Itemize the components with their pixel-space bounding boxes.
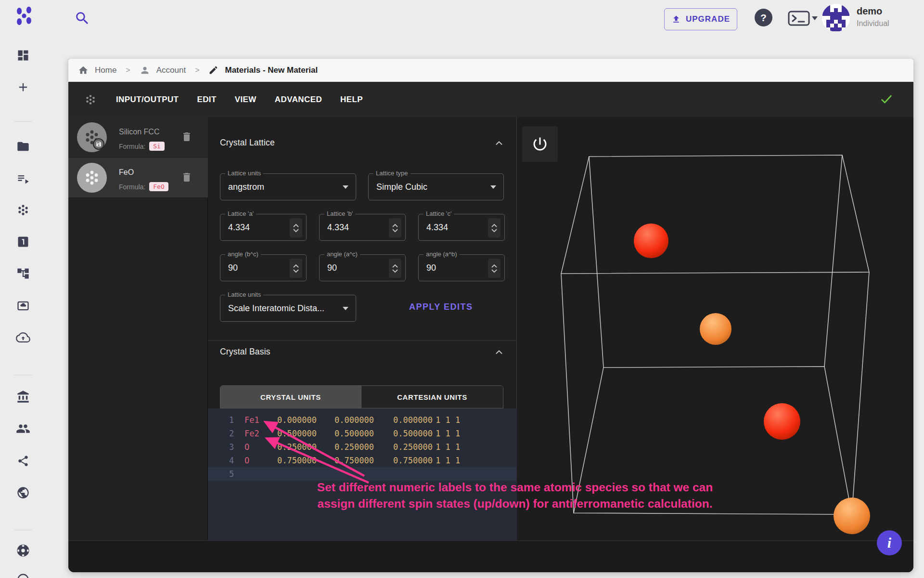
menu-view[interactable]: VIEW xyxy=(235,95,257,105)
tab-cartesian-units[interactable]: CARTESIAN UNITS xyxy=(361,386,503,408)
number-stepper[interactable] xyxy=(488,259,500,278)
sidebar-divider xyxy=(14,121,32,122)
breadcrumb-home[interactable]: Home xyxy=(95,66,116,75)
formula-chip: Si xyxy=(149,142,165,151)
collapse-chevron-icon[interactable] xyxy=(493,346,505,358)
menu-edit[interactable]: EDIT xyxy=(197,95,216,105)
dropdown-caret-icon xyxy=(343,185,348,189)
material-name: Silicon FCC xyxy=(119,128,159,136)
sidebar-item-hierarchy[interactable] xyxy=(16,266,30,281)
basis-line: 5 xyxy=(208,467,517,481)
sidebar-divider xyxy=(14,375,32,375)
sidebar-item-workflows[interactable] xyxy=(16,235,30,249)
basis-line: 1Fe10.0000000.0000000.0000001 1 1 xyxy=(208,413,517,427)
delete-material-icon[interactable] xyxy=(180,130,193,144)
atom-sphere-o1[interactable] xyxy=(700,313,732,345)
bottom-console-band xyxy=(68,540,913,572)
upload-icon xyxy=(671,14,681,24)
collapse-chevron-icon[interactable] xyxy=(493,137,505,149)
menu-help[interactable]: HELP xyxy=(340,95,363,105)
menu-input-output[interactable]: INPUT/OUTPUT xyxy=(116,95,179,105)
sidebar-item-apps[interactable] xyxy=(16,543,30,558)
material-atoms-icon xyxy=(84,93,97,106)
materials-list: Silicon FCC Formula: Si FeO Form xyxy=(68,117,208,540)
material-item-silicon[interactable]: Silicon FCC Formula: Si xyxy=(68,117,208,158)
number-stepper[interactable] xyxy=(290,218,302,237)
sidebar-item-jobs[interactable] xyxy=(16,171,30,186)
sidebar-item-organization[interactable] xyxy=(16,390,30,404)
sidebar-item-cloud-upload[interactable] xyxy=(16,330,30,345)
basis-line: 4O0.7500000.7500000.7500001 1 1 xyxy=(208,454,517,467)
chevron-right-icon: > xyxy=(123,66,133,75)
lattice-a-input[interactable]: Lattice 'a' 4.334 xyxy=(220,214,307,241)
saved-check-icon xyxy=(880,92,893,106)
sidebar-item-media[interactable] xyxy=(16,299,30,313)
material-item-feo[interactable]: FeO Formula: FeO xyxy=(68,158,208,198)
section-divider xyxy=(208,340,517,341)
number-stepper[interactable] xyxy=(389,218,401,237)
formula-label: Formula: xyxy=(119,183,145,191)
sidebar-item-dashboard[interactable] xyxy=(16,48,30,63)
sidebar-item-public[interactable] xyxy=(16,486,30,500)
app-logo-icon[interactable] xyxy=(13,5,36,28)
structure-viewer-3d[interactable] xyxy=(517,117,913,540)
apply-edits-button[interactable]: APPLY EDITS xyxy=(409,302,473,312)
scale-units-select[interactable]: Lattice units Scale Interatomic Dista... xyxy=(220,295,356,322)
menu-advanced[interactable]: ADVANCED xyxy=(275,95,322,105)
sidebar-item-projects[interactable] xyxy=(16,139,30,154)
number-stepper[interactable] xyxy=(488,218,500,237)
breadcrumb-account[interactable]: Account xyxy=(156,66,186,75)
breadcrumb-current: Materials - New Material xyxy=(225,66,318,75)
console-menu-icon[interactable] xyxy=(787,10,819,27)
material-avatar xyxy=(77,122,107,152)
info-button[interactable]: i xyxy=(877,530,902,555)
delete-material-icon[interactable] xyxy=(180,170,193,184)
lattice-c-input[interactable]: Lattice 'c' 4.334 xyxy=(418,214,505,241)
user-plan: Individual xyxy=(857,19,889,28)
upgrade-button[interactable]: UPGRADE xyxy=(664,8,737,30)
user-name[interactable]: demo xyxy=(857,6,882,17)
atom-sphere-fe2[interactable] xyxy=(764,403,800,440)
number-stepper[interactable] xyxy=(290,259,302,278)
tab-crystal-units[interactable]: CRYSTAL UNITS xyxy=(220,386,361,408)
lattice-type-select[interactable]: Lattice type Simple Cubic xyxy=(368,173,504,200)
lattice-b-input[interactable]: Lattice 'b' 4.334 xyxy=(319,214,406,241)
basis-units-tabs: CRYSTAL UNITS CARTESIAN UNITS xyxy=(220,385,503,408)
sidebar-item-share[interactable] xyxy=(16,454,30,468)
app-window: Home > Account > Materials - New Materia… xyxy=(68,59,913,572)
crystal-basis-title: Crystal Basis xyxy=(220,347,270,357)
dropdown-caret-icon xyxy=(490,185,496,189)
angle-bc-input[interactable]: angle (b^c) 90 xyxy=(220,254,307,281)
material-editor-panel: Crystal Lattice Lattice units angstrom L… xyxy=(208,117,517,540)
atom-sphere-fe1[interactable] xyxy=(634,223,668,258)
crystal-lattice-title: Crystal Lattice xyxy=(220,138,275,148)
chevron-right-icon: > xyxy=(192,66,202,75)
atom-sphere-o2[interactable] xyxy=(834,498,870,534)
editor-menubar: INPUT/OUTPUT EDIT VIEW ADVANCED HELP xyxy=(68,82,913,117)
material-avatar xyxy=(77,163,107,193)
user-avatar[interactable] xyxy=(821,3,851,33)
page: UPGRADE ? dem xyxy=(0,0,924,578)
help-icon[interactable]: ? xyxy=(755,9,772,26)
basis-code-editor[interactable]: 1Fe10.0000000.0000000.0000001 1 1 2Fe20.… xyxy=(208,408,517,540)
pencil-icon xyxy=(208,65,218,75)
angle-ab-input[interactable]: angle (a^b) 90 xyxy=(418,254,505,281)
sidebar-divider xyxy=(14,530,32,530)
home-icon xyxy=(78,65,89,76)
material-name: FeO xyxy=(119,168,134,177)
basis-line: 3O0.2500000.2500000.2500001 1 1 xyxy=(208,440,517,454)
sidebar-item-team[interactable] xyxy=(16,421,30,436)
search-icon[interactable] xyxy=(73,9,91,27)
upgrade-label: UPGRADE xyxy=(686,14,730,24)
basis-line: 2Fe20.5000000.5000000.5000001 1 1 xyxy=(208,427,517,440)
person-icon xyxy=(140,65,150,76)
sidebar-item-more[interactable] xyxy=(16,572,30,578)
sidebar-item-create[interactable] xyxy=(16,80,30,94)
formula-label: Formula: xyxy=(119,143,145,150)
dropdown-caret-icon xyxy=(343,307,348,310)
angle-ac-input[interactable]: angle (a^c) 90 xyxy=(319,254,406,281)
lattice-units-select[interactable]: Lattice units angstrom xyxy=(220,173,356,200)
formula-chip: FeO xyxy=(149,182,168,191)
sidebar-item-materials[interactable] xyxy=(16,203,30,217)
number-stepper[interactable] xyxy=(389,259,401,278)
